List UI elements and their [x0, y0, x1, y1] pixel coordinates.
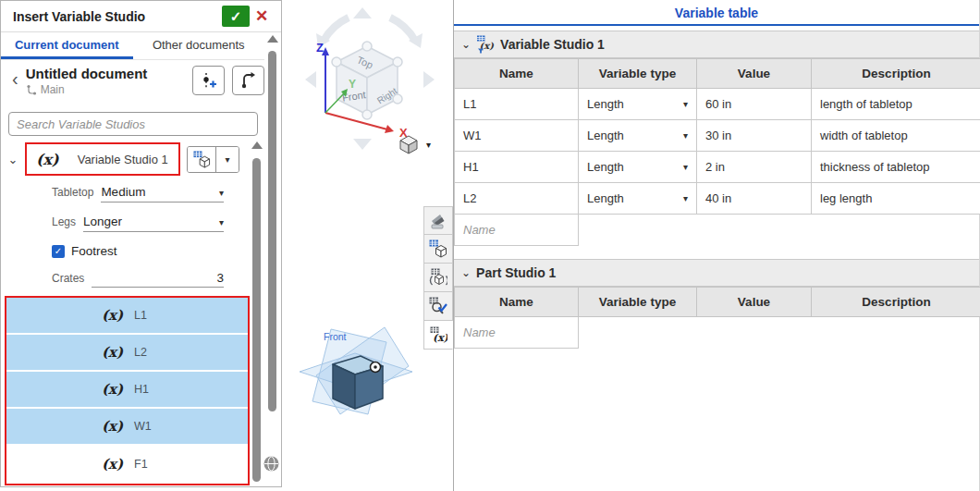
legs-select[interactable]: Longer ▾ — [83, 215, 224, 232]
name-cell[interactable]: L2 — [455, 183, 579, 215]
new-name-cell[interactable]: Name — [455, 215, 579, 246]
tool-appearance[interactable] — [423, 206, 453, 235]
globe-icon — [263, 456, 279, 472]
crates-input[interactable]: 3 — [92, 271, 224, 288]
table-row: H1 Length▾ 2 in thickness of tabletop — [455, 152, 980, 183]
chevron-down-icon[interactable]: ⌄ — [1, 153, 25, 166]
variable-name: L1 — [134, 309, 153, 322]
cube-icon — [398, 133, 420, 155]
column-header-value: Value — [697, 59, 812, 89]
list-scrollbar-thumb[interactable] — [252, 158, 261, 482]
tool-variable-inspector[interactable] — [423, 292, 453, 321]
name-cell[interactable]: L1 — [455, 89, 579, 120]
crates-label: Crates — [52, 272, 84, 285]
create-version-button[interactable] — [192, 66, 225, 95]
cube-faces[interactable] — [332, 42, 402, 119]
rotate-right-arrow[interactable] — [423, 71, 435, 88]
tabletop-select[interactable]: Medium ▾ — [101, 185, 224, 203]
description-cell[interactable]: leg length — [812, 183, 980, 215]
type-cell[interactable]: Length▾ — [579, 120, 697, 152]
tool-variable-table[interactable]: (x) — [423, 321, 453, 350]
description-cell[interactable]: width of tabletop — [812, 120, 980, 152]
description-cell[interactable]: length of tabletop — [812, 89, 980, 120]
section-header-variable-studio[interactable]: ⌄ (x) Variable Studio 1 — [454, 31, 979, 58]
empty-cell — [579, 215, 697, 246]
caret-down-icon: ▾ — [683, 162, 688, 172]
new-name-cell[interactable]: Name — [455, 317, 579, 349]
value-cell[interactable]: 30 in — [697, 120, 812, 152]
type-cell[interactable]: Length▾ — [579, 152, 697, 183]
empty-cell — [812, 317, 980, 349]
footrest-row: ✓ Footrest — [52, 244, 224, 258]
column-header-description: Description — [812, 59, 980, 89]
tool-insert-variable-studio[interactable] — [423, 235, 453, 264]
value-cell[interactable]: 60 in — [697, 89, 812, 120]
caret-down-icon: ▾ — [683, 130, 688, 141]
studio-list-item[interactable]: (x) Variable Studio 1 — [25, 142, 180, 176]
name-cell[interactable]: H1 — [455, 152, 579, 183]
value-cell[interactable]: 2 in — [697, 152, 812, 183]
list-scroll-up-button[interactable] — [251, 141, 263, 149]
view-options-button[interactable]: ▾ — [398, 133, 431, 155]
variable-item[interactable]: (x) W1 — [6, 409, 248, 446]
search-input[interactable] — [8, 112, 258, 136]
variable-list: (x) L1 (x) L2 (x) H1 (x) W1 (x) F1 — [5, 296, 250, 485]
name-cell[interactable]: W1 — [455, 120, 579, 152]
check-icon: ✓ — [230, 8, 242, 24]
tab-current-document[interactable]: Current document — [1, 32, 133, 59]
footrest-checkbox[interactable]: ✓ — [52, 245, 65, 258]
section-part-studio: ⌄ Part Studio 1 Name Variable type Value… — [454, 259, 979, 349]
type-value: Length — [587, 97, 624, 111]
type-value: Length — [587, 160, 624, 174]
tabletop-row: Tabletop Medium ▾ — [52, 185, 224, 203]
rotate-up-arrow[interactable] — [353, 7, 372, 18]
variable-item[interactable]: (x) H1 — [6, 372, 248, 409]
help-button[interactable] — [263, 456, 279, 472]
type-cell[interactable]: Length▾ — [579, 183, 697, 215]
footrest-label: Footrest — [71, 244, 117, 258]
branch-icon — [26, 84, 37, 95]
variable-item[interactable]: (x) L2 — [6, 335, 248, 372]
origin-dot — [374, 365, 377, 369]
variable-item[interactable]: (x) L1 — [6, 298, 248, 335]
svg-text:(x): (x) — [433, 332, 447, 344]
close-button[interactable]: ✕ — [250, 6, 274, 27]
insert-variable-studio-dialog: Insert Variable Studio ✓ ✕ Current docum… — [0, 0, 282, 487]
type-cell[interactable]: Length▾ — [579, 89, 697, 120]
header-row: Name Variable type Value Description — [455, 59, 980, 89]
variable-name: L2 — [134, 346, 153, 359]
variable-studio-icon: (x) — [36, 151, 59, 168]
insert-studio-button[interactable] — [188, 147, 216, 172]
rotate-ccw-arrow[interactable] — [324, 18, 349, 41]
variable-item[interactable]: (x) F1 — [6, 446, 248, 483]
variable-icon: (x) — [102, 307, 123, 324]
type-value: Length — [587, 129, 624, 142]
dialog-scrollbar-thumb[interactable] — [268, 51, 276, 411]
tabletop-value: Medium — [101, 185, 145, 199]
column-header-name: Name — [455, 288, 579, 317]
back-chevron-icon[interactable]: ‹ — [12, 69, 18, 88]
part-preview[interactable]: Front — [296, 324, 416, 427]
header-row: Name Variable type Value Description — [455, 288, 980, 317]
dialog-scroll-up-button[interactable] — [267, 35, 278, 43]
grid-cube-icon — [429, 239, 447, 258]
grid-variable-icon: (x) — [429, 325, 447, 344]
caret-down-icon: ▾ — [219, 188, 224, 198]
chevron-down-icon: ⌄ — [461, 266, 471, 279]
branch-indicator: Main — [26, 83, 148, 96]
variable-icon: (x) — [102, 381, 123, 398]
tab-other-documents[interactable]: Other documents — [133, 32, 265, 59]
section-title: Part Studio 1 — [476, 265, 556, 280]
rotate-down-arrow[interactable] — [353, 139, 372, 150]
rotate-left-arrow[interactable] — [305, 71, 316, 88]
studio-options-dropdown[interactable]: ▾ — [216, 147, 239, 172]
rotate-cw-arrow[interactable] — [390, 18, 415, 41]
description-cell[interactable]: thickness of tabletop — [812, 152, 980, 183]
confirm-button[interactable]: ✓ — [222, 6, 250, 27]
branch-manage-button[interactable] — [232, 66, 264, 95]
tool-update-variable-studio[interactable] — [423, 264, 453, 292]
section-header-part-studio[interactable]: ⌄ Part Studio 1 — [454, 259, 979, 287]
variable-icon: (x) — [102, 418, 123, 435]
value-cell[interactable]: 40 in — [697, 183, 812, 215]
table-row: L2 Length▾ 40 in leg length — [455, 183, 980, 215]
